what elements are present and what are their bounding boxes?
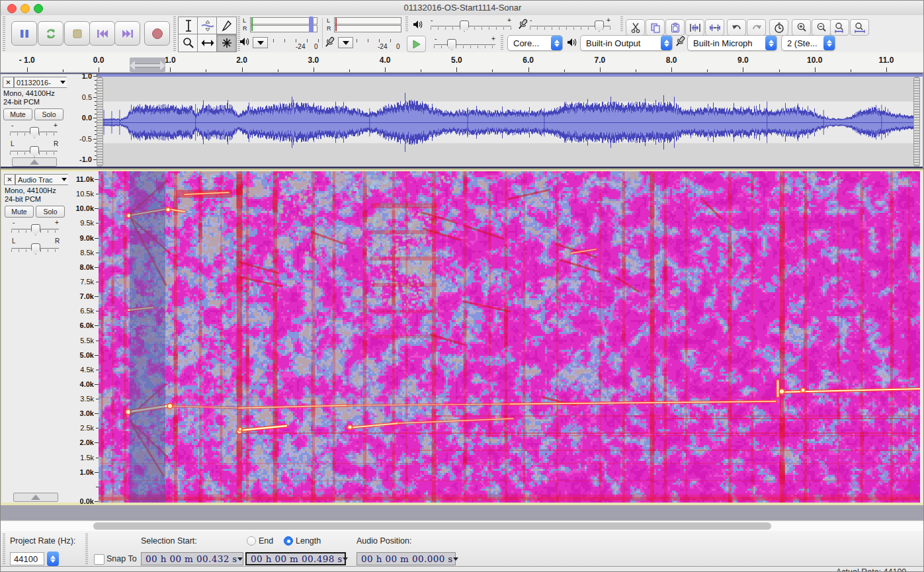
timeline-selection-region[interactable] (130, 58, 165, 72)
multi-tool-button[interactable] (216, 34, 237, 52)
end-radio[interactable] (247, 536, 256, 546)
selection-toolbar-grip2[interactable] (85, 534, 88, 564)
recording-meter-left-bar[interactable] (334, 17, 401, 24)
track2-title-menu[interactable]: Audio Trac (15, 174, 69, 185)
selection-toolbar-grip[interactable] (3, 534, 5, 564)
fit-selection-button[interactable] (830, 19, 849, 36)
edit-toolbar-grip[interactable] (620, 17, 623, 32)
audio-host-select[interactable]: Core... (507, 35, 563, 51)
selection-tool-button[interactable] (178, 17, 198, 35)
trim-audio-button[interactable] (685, 19, 704, 36)
undo-button[interactable] (727, 19, 746, 36)
track2-gain-slider-thumb[interactable] (31, 224, 40, 235)
audio-position-field[interactable]: 00 h 00 m 00.000 s (357, 552, 456, 565)
track2-mute-button[interactable]: Mute (5, 206, 34, 218)
skip-to-end-button[interactable] (114, 21, 140, 46)
skip-to-start-button[interactable] (89, 21, 115, 46)
timefield-dropdown[interactable] (237, 557, 243, 561)
frequency-ruler-label: 3.5k (80, 395, 94, 403)
horizontal-scrollbar-thumb[interactable] (93, 522, 771, 530)
envelope-tool-button[interactable] (197, 17, 218, 35)
playback-meter-scale-min: -24 (296, 43, 305, 50)
end-radio-label: End (259, 536, 273, 546)
timeline-label: 1.0 (165, 56, 176, 65)
selection-length-field[interactable]: 00 h 00 m 00.498 s (245, 552, 346, 565)
track2-close-button[interactable]: ✕ (4, 174, 15, 185)
project-rate-input[interactable]: 44100 (10, 552, 44, 565)
device-toolbar-grip[interactable] (501, 35, 503, 51)
redo-button[interactable] (747, 19, 766, 36)
selection-start-field[interactable]: 00 h 00 m 00.432 s (141, 552, 243, 565)
track1-title-menu[interactable]: 01132016- (14, 77, 68, 88)
copy-button[interactable] (646, 19, 665, 36)
collapse-arrow-icon (30, 159, 39, 165)
recording-meter-left-label: L (327, 17, 330, 24)
track2-pan-slider-thumb[interactable] (31, 243, 40, 255)
playback-meter-dropdown[interactable] (253, 37, 268, 48)
audio-position-label: Audio Position: (357, 536, 411, 546)
output-device-select[interactable]: Built-in Output (580, 35, 673, 51)
spectrogram-canvas[interactable] (99, 171, 920, 503)
track1-collapse-button[interactable] (12, 157, 57, 167)
playback-meter-right-bar[interactable] (250, 25, 317, 32)
play-at-speed-button[interactable] (407, 36, 426, 52)
zoom-out-button[interactable] (812, 19, 831, 36)
recording-meter-right-bar[interactable] (334, 25, 401, 32)
snap-to-checkbox[interactable] (94, 554, 105, 565)
input-channels-select[interactable]: 2 (Ste... (781, 35, 835, 51)
timeline-ruler[interactable]: - 1.00.01.02.03.04.05.06.07.08.09.010.01… (1, 52, 924, 73)
track1-close-button[interactable]: ✕ (3, 77, 14, 88)
time-shift-tool-button[interactable] (197, 34, 218, 52)
speed-slider-ticks (434, 46, 495, 48)
track2-collapse-button[interactable] (13, 493, 58, 502)
draw-tool-button[interactable] (216, 17, 237, 35)
play-loop-button[interactable] (38, 21, 63, 46)
cut-button[interactable] (626, 19, 645, 36)
recording-meter-dropdown[interactable] (338, 37, 353, 48)
selection-tool-icon (185, 20, 192, 32)
fit-project-button[interactable] (850, 19, 869, 36)
timeline-tick (743, 67, 743, 72)
microphone-icon (674, 35, 686, 48)
track1-vertical-ruler[interactable]: 1.00.50.0-0.5-1.0 (67, 74, 97, 167)
timefield-dropdown[interactable] (343, 557, 348, 561)
timer-record-button[interactable] (769, 19, 788, 36)
length-radio[interactable] (284, 536, 293, 546)
project-rate-stepper[interactable] (47, 552, 59, 566)
selection-start-value: 00 h 00 m 00.432 s (142, 553, 237, 564)
waveform-right-edge-handle[interactable] (913, 77, 920, 167)
stop-button[interactable] (64, 21, 90, 46)
timeline-label: 10.0 (807, 56, 822, 65)
pause-button[interactable] (11, 21, 37, 46)
track1-pan-slider-thumb[interactable] (30, 146, 39, 157)
track2-solo-button[interactable]: Solo (36, 206, 65, 218)
transport-toolbar-grip[interactable] (3, 17, 5, 51)
tools-toolbar-grip[interactable] (173, 17, 176, 51)
zoom-tool-button[interactable] (178, 34, 198, 52)
record-button[interactable] (144, 21, 170, 46)
playback-meter-left-bar[interactable] (250, 17, 317, 24)
zoom-in-button[interactable] (792, 19, 811, 36)
track1-gain-slider-thumb[interactable] (30, 127, 39, 138)
waveform-left-edge-handle[interactable] (97, 77, 103, 167)
timefield-dropdown[interactable] (453, 557, 458, 561)
timeline-label: 5.0 (451, 56, 462, 65)
frequency-ruler-label: 4.5k (80, 366, 94, 374)
track2-vertical-ruler[interactable]: 11.0k10.5k10.0k9.5k9.0k8.5k8.0k7.5k7.0k6… (68, 171, 99, 503)
paste-button[interactable] (665, 19, 685, 36)
speed-slider-thumb[interactable] (447, 39, 456, 50)
input-volume-slider-thumb[interactable] (595, 20, 604, 32)
output-volume-slider-thumb[interactable] (460, 20, 469, 32)
waveform-canvas[interactable] (97, 77, 920, 167)
input-device-value: Built-in Microph (688, 38, 765, 48)
zoom-in-icon (796, 22, 807, 33)
track1-solo-button[interactable]: Solo (34, 108, 63, 120)
input-device-select[interactable]: Built-in Microph (687, 35, 777, 51)
input-volume-plus: + (607, 17, 610, 24)
track2-gain-plus: + (55, 219, 59, 226)
track1-mute-button[interactable]: Mute (3, 108, 32, 120)
frequency-ruler-label: 2.5k (80, 424, 94, 432)
silence-audio-button[interactable] (705, 19, 724, 36)
paste-icon (670, 22, 681, 33)
mixer-toolbar-grip[interactable] (405, 17, 408, 32)
